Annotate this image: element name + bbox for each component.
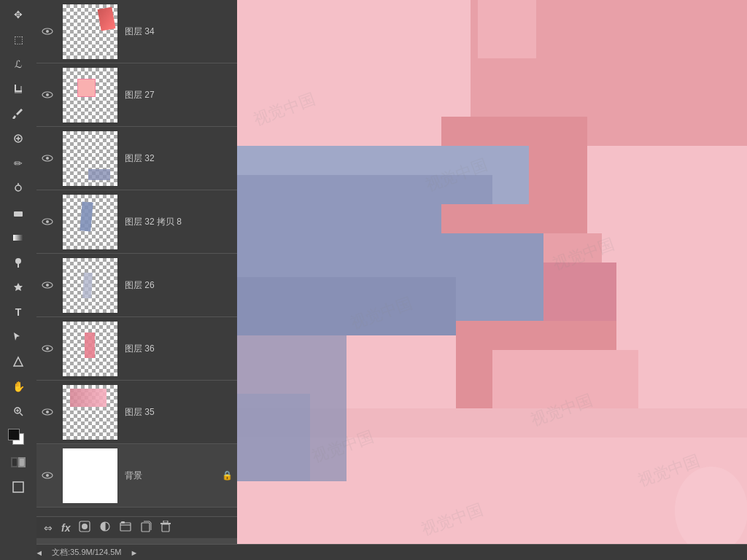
layer-visibility-36[interactable] (36, 345, 58, 352)
layer-visibility-26[interactable] (36, 281, 58, 289)
layer-name-32: 图层 32 (122, 152, 237, 165)
svg-point-34 (46, 474, 49, 477)
layer-row[interactable]: 图层 32 拷贝 8 (36, 190, 237, 254)
layer-visibility-27[interactable] (36, 91, 58, 98)
svg-rect-17 (20, 459, 24, 466)
path-select-tool[interactable] (7, 325, 30, 349)
svg-point-3 (15, 185, 21, 191)
nav-right-btn[interactable]: ► (130, 548, 138, 557)
svg-rect-18 (13, 482, 23, 492)
layer-thumbnail-35 (63, 385, 117, 440)
layer-name-35: 图层 35 (122, 406, 237, 419)
svg-rect-62 (237, 394, 310, 481)
tools-panel: ✥ ⬚ ℒ ✏ (0, 0, 36, 560)
move-tool[interactable]: ✥ (7, 3, 30, 26)
layer-lock-icon: 🔒 (222, 470, 233, 481)
text-tool[interactable]: T (7, 300, 30, 324)
svg-rect-56 (237, 277, 456, 335)
pen-tool[interactable] (7, 276, 30, 299)
svg-point-36 (82, 524, 88, 529)
layer-thumbnail-32copy (63, 195, 117, 249)
dodge-tool[interactable] (7, 251, 30, 274)
svg-rect-16 (12, 459, 17, 466)
layer-name-34: 图层 34 (122, 26, 237, 38)
layer-thumbnail-36 (63, 322, 117, 376)
zoom-tool[interactable] (7, 400, 30, 423)
svg-line-11 (20, 413, 23, 416)
layer-name-36: 图层 36 (122, 343, 237, 355)
crop-tool[interactable] (7, 77, 30, 101)
screen-mode-tool[interactable] (7, 475, 30, 499)
svg-rect-43 (163, 521, 168, 523)
layer-thumbnail-34 (63, 4, 117, 59)
layer-thumbnail-bg (63, 448, 117, 503)
svg-rect-44 (162, 524, 169, 532)
brush-tool[interactable]: ✏ (7, 152, 30, 175)
layer-row[interactable]: 图层 34 (36, 0, 237, 63)
svg-point-7 (15, 258, 21, 264)
color-swatches[interactable] (7, 427, 30, 449)
layer-visibility-32copy[interactable] (36, 218, 58, 225)
adjustment-icon[interactable] (98, 519, 112, 536)
select-tool[interactable]: ⬚ (7, 28, 30, 51)
gradient-tool[interactable] (7, 226, 30, 249)
layers-scroll-area[interactable]: 图层 34 图层 27 图层 32 (36, 0, 237, 516)
svg-point-22 (46, 93, 49, 96)
layer-row[interactable]: 图层 36 (36, 317, 237, 381)
layer-row[interactable]: 图层 35 (36, 381, 237, 444)
svg-point-20 (46, 30, 49, 33)
layer-row[interactable]: 图层 26 (36, 254, 237, 317)
layer-row[interactable]: 图层 32 (36, 127, 237, 190)
status-bar: 100% ◄ 文档:35.9M/124.5M ► (0, 544, 747, 560)
layer-row[interactable]: 图层 27 (36, 63, 237, 127)
svg-rect-39 (120, 523, 131, 531)
svg-rect-40 (121, 521, 125, 524)
layer-visibility-bg[interactable] (36, 472, 58, 479)
svg-rect-41 (142, 523, 150, 532)
layer-name-26: 图层 26 (122, 279, 237, 292)
lasso-tool[interactable]: ℒ (7, 52, 30, 76)
svg-marker-9 (14, 357, 23, 366)
eraser-tool[interactable] (7, 201, 30, 225)
svg-rect-5 (14, 211, 23, 217)
new-layer-icon[interactable] (139, 519, 153, 536)
layer-visibility-35[interactable] (36, 408, 58, 416)
layer-visibility-34[interactable] (36, 28, 58, 35)
layers-panel: 图层 34 图层 27 图层 32 (36, 0, 237, 538)
svg-rect-48 (478, 0, 536, 58)
svg-point-26 (46, 220, 49, 223)
quick-mask-tool[interactable] (7, 451, 30, 474)
svg-rect-6 (13, 235, 23, 241)
canvas-area: 视觉中国 视觉中国 视觉中国 视觉中国 视觉中国 视觉中国 视觉中国 视觉中国 (237, 0, 747, 545)
layer-thumbnail-26 (63, 258, 117, 313)
shape-tool[interactable] (7, 350, 30, 373)
layer-name-bg: 背景 (122, 470, 222, 482)
link-icon[interactable]: ⇔ (42, 521, 54, 535)
layer-name-32copy: 图层 32 拷贝 8 (122, 216, 237, 228)
layer-thumbnail-27 (63, 68, 117, 122)
document-info: 文档:35.9M/124.5M (52, 547, 121, 558)
layers-bottom-toolbar: ⇔ fx (36, 516, 237, 538)
delete-layer-icon[interactable] (159, 519, 172, 536)
layer-row[interactable]: 背景 🔒 (36, 444, 237, 508)
svg-point-28 (46, 284, 49, 287)
layer-thumbnail-32 (63, 131, 117, 186)
artwork-canvas[interactable]: 视觉中国 视觉中国 视觉中国 视觉中国 视觉中国 视觉中国 视觉中国 视觉中国 (237, 0, 747, 545)
layer-name-27: 图层 27 (122, 89, 237, 101)
hand-tool[interactable]: ✋ (7, 375, 30, 398)
svg-point-30 (46, 347, 49, 350)
fx-icon[interactable]: fx (60, 521, 71, 535)
svg-point-32 (46, 411, 49, 413)
eyedropper-tool[interactable] (7, 102, 30, 125)
clone-tool[interactable] (7, 176, 30, 200)
mask-add-icon[interactable] (77, 519, 92, 536)
svg-rect-49 (536, 0, 747, 88)
layer-visibility-32[interactable] (36, 155, 58, 162)
heal-tool[interactable] (7, 127, 30, 150)
svg-point-24 (46, 157, 49, 160)
group-icon[interactable] (118, 519, 133, 536)
